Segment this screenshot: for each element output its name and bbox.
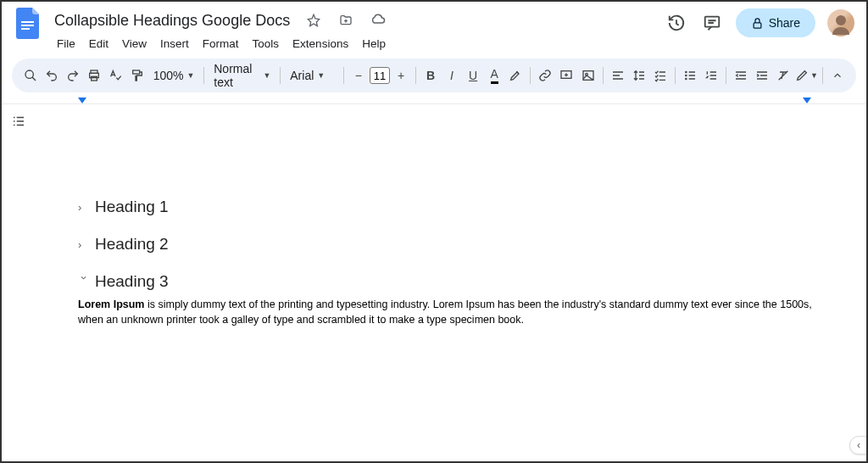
menu-view[interactable]: View — [116, 34, 153, 53]
body-rest: is simply dummy text of the printing and… — [78, 298, 812, 326]
toolbar: 100%▼ Normal text▼ Arial▼ − + B I U A ▼ — [12, 59, 856, 92]
menu-help[interactable]: Help — [356, 34, 392, 53]
svg-point-14 — [685, 71, 686, 72]
title-area: Collapsible Headings Google Docs File Ed… — [51, 8, 392, 53]
menu-insert[interactable]: Insert — [154, 34, 195, 53]
comments-icon[interactable] — [700, 11, 724, 35]
heading-3-text: Heading 3 — [95, 272, 169, 291]
separator — [822, 67, 823, 84]
font-size-input[interactable] — [370, 67, 390, 84]
edit-mode-icon[interactable]: ▼ — [795, 64, 818, 87]
bullet-list-icon[interactable] — [680, 64, 700, 87]
separator — [603, 67, 604, 84]
separator — [726, 67, 726, 84]
undo-icon[interactable] — [42, 64, 62, 87]
font-decrease-icon[interactable]: − — [348, 64, 369, 87]
lock-icon — [751, 17, 764, 30]
text-color-icon[interactable]: A — [484, 64, 504, 87]
svg-rect-3 — [704, 17, 719, 27]
avatar[interactable] — [827, 9, 854, 36]
menu-edit[interactable]: Edit — [83, 34, 114, 53]
svg-rect-4 — [754, 22, 761, 27]
outline-icon[interactable] — [7, 109, 31, 133]
chevron-down-icon[interactable]: › — [78, 276, 91, 287]
clear-format-icon[interactable] — [773, 64, 793, 87]
chevron-right-icon[interactable]: › — [78, 201, 90, 214]
menu-tools[interactable]: Tools — [247, 34, 286, 53]
menu-bar: File Edit View Insert Format Tools Exten… — [51, 34, 392, 53]
move-icon[interactable] — [334, 8, 358, 32]
svg-point-5 — [836, 15, 846, 25]
indent-decrease-icon[interactable] — [731, 64, 751, 87]
separator — [343, 67, 344, 84]
share-button[interactable]: Share — [736, 8, 815, 37]
heading-row-2[interactable]: › Heading 2 — [78, 235, 815, 254]
paint-format-icon[interactable] — [127, 64, 147, 87]
header-right: Share — [665, 8, 854, 37]
collapse-toolbar-icon[interactable] — [827, 64, 848, 87]
cloud-icon[interactable] — [366, 8, 390, 32]
style-select[interactable]: Normal text▼ — [209, 62, 275, 89]
svg-point-16 — [685, 78, 686, 79]
chevron-right-icon[interactable]: › — [78, 238, 90, 251]
checklist-icon[interactable] — [650, 64, 670, 87]
search-icon[interactable] — [20, 64, 41, 87]
numbered-list-icon[interactable] — [701, 64, 721, 87]
heading-2-text: Heading 2 — [95, 235, 169, 254]
chevron-down-icon: ▼ — [186, 71, 194, 80]
side-panel-toggle[interactable]: ‹ — [849, 436, 868, 455]
align-icon[interactable] — [607, 64, 627, 87]
menu-extensions[interactable]: Extensions — [287, 34, 354, 53]
heading-1-text: Heading 1 — [95, 198, 169, 216]
underline-icon[interactable]: U — [463, 64, 483, 87]
spellcheck-icon[interactable] — [105, 64, 125, 87]
svg-rect-2 — [21, 28, 30, 30]
menu-format[interactable]: Format — [197, 34, 245, 53]
bold-icon[interactable]: B — [420, 64, 441, 87]
svg-point-15 — [685, 75, 686, 75]
star-icon[interactable] — [302, 8, 326, 32]
menu-file[interactable]: File — [51, 34, 81, 53]
chevron-down-icon: ▼ — [264, 71, 271, 80]
heading-row-3[interactable]: › Heading 3 — [78, 272, 815, 291]
zoom-select[interactable]: 100%▼ — [148, 69, 200, 82]
doc-title[interactable]: Collapsible Headings Google Docs — [51, 10, 293, 31]
separator — [530, 67, 531, 84]
link-icon[interactable] — [535, 64, 555, 87]
redo-icon[interactable] — [63, 64, 83, 87]
share-label: Share — [769, 16, 800, 30]
svg-rect-10 — [132, 70, 139, 74]
separator — [203, 67, 204, 84]
highlight-icon[interactable] — [505, 64, 526, 87]
heading-row-1[interactable]: › Heading 1 — [78, 198, 815, 216]
line-spacing-icon[interactable] — [629, 64, 649, 87]
left-rail — [2, 104, 36, 463]
svg-rect-0 — [21, 21, 34, 23]
italic-icon[interactable]: I — [442, 64, 462, 87]
image-icon[interactable] — [578, 64, 598, 87]
font-increase-icon[interactable]: + — [391, 64, 411, 87]
app-header: Collapsible Headings Google Docs File Ed… — [2, 2, 866, 53]
canvas: › Heading 1 › Heading 2 › Heading 3 Lore… — [2, 104, 866, 463]
svg-rect-1 — [21, 25, 34, 26]
svg-point-6 — [25, 70, 33, 78]
separator — [675, 67, 676, 84]
history-icon[interactable] — [665, 11, 688, 35]
font-select[interactable]: Arial▼ — [285, 69, 339, 82]
toolbar-wrap: 100%▼ Normal text▼ Arial▼ − + B I U A ▼ — [2, 53, 866, 92]
ruler[interactable] — [2, 92, 866, 104]
indent-increase-icon[interactable] — [752, 64, 772, 87]
docs-logo[interactable] — [14, 8, 44, 39]
body-bold: Lorem Ipsum — [78, 298, 145, 310]
document-body[interactable]: › Heading 1 › Heading 2 › Heading 3 Lore… — [36, 104, 866, 463]
chevron-down-icon: ▼ — [317, 71, 325, 80]
separator — [280, 67, 281, 84]
body-paragraph[interactable]: Lorem Ipsum is simply dummy text of the … — [78, 298, 815, 327]
separator — [415, 67, 416, 84]
add-comment-icon[interactable] — [556, 64, 576, 87]
print-icon[interactable] — [84, 64, 104, 87]
